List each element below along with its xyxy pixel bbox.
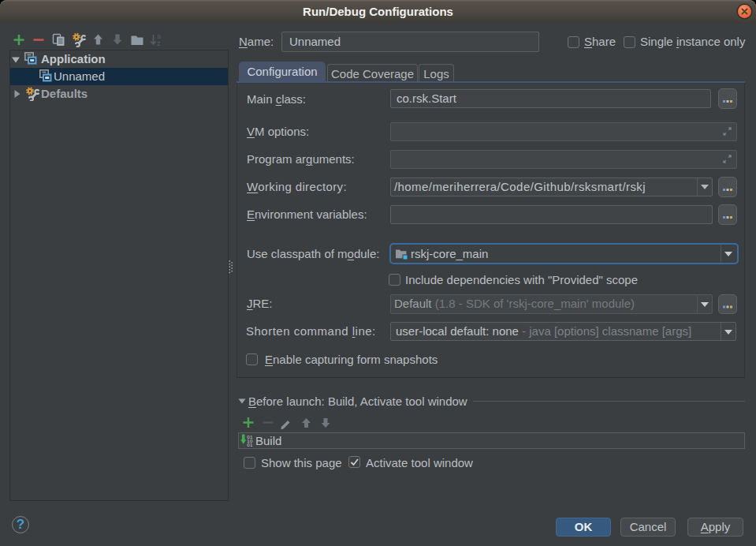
svg-text:01: 01 <box>247 442 253 447</box>
svg-text:z: z <box>157 39 161 47</box>
